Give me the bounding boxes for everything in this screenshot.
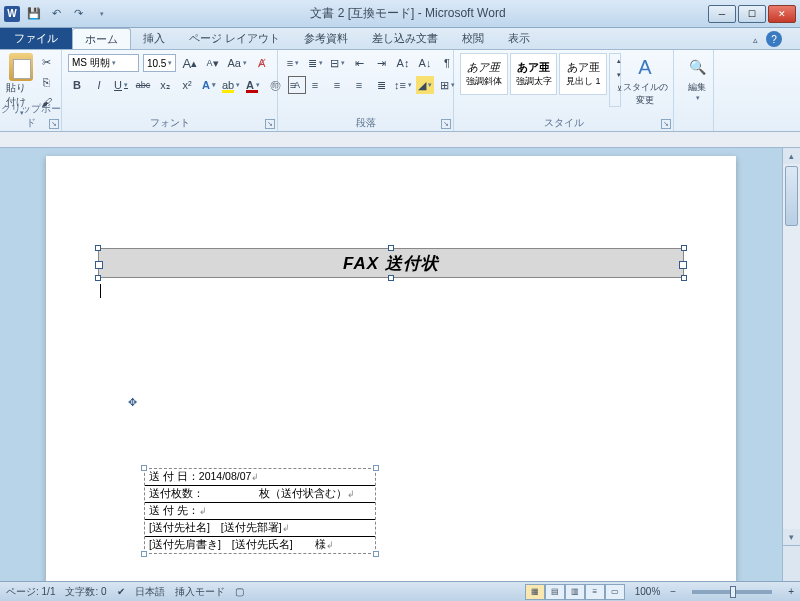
paste-icon xyxy=(9,53,33,81)
status-zoom[interactable]: 100% xyxy=(635,586,661,597)
justify-button[interactable]: ≡ xyxy=(350,76,368,94)
tab-insert[interactable]: 挿入 xyxy=(131,28,177,49)
view-print-layout[interactable]: ▦ xyxy=(525,584,545,600)
numbering-button[interactable]: ≣▾ xyxy=(306,54,324,72)
table-move-handle-icon[interactable]: ✥ xyxy=(128,396,137,409)
browse-object-nav[interactable] xyxy=(783,545,800,581)
shrink-font-button[interactable]: A▾ xyxy=(204,54,222,72)
save-icon[interactable]: 💾 xyxy=(26,6,42,22)
font-color-button[interactable]: A▾ xyxy=(244,76,262,94)
highlight-button[interactable]: ab▾ xyxy=(222,76,240,94)
shading-button[interactable]: ◢▾ xyxy=(416,76,434,94)
status-insert-mode[interactable]: 挿入モード xyxy=(175,585,225,599)
tab-references[interactable]: 参考資料 xyxy=(292,28,360,49)
clear-format-button[interactable]: Ⱥ xyxy=(253,54,271,72)
tab-home[interactable]: ホーム xyxy=(72,28,131,49)
view-outline[interactable]: ≡ xyxy=(585,584,605,600)
text-cursor xyxy=(100,284,686,298)
qat-customize-icon[interactable]: ▾ xyxy=(94,6,110,22)
help-icon[interactable]: ? xyxy=(766,31,782,47)
proofing-icon[interactable]: ✔ xyxy=(117,586,125,597)
align-right-button[interactable]: ≡ xyxy=(328,76,346,94)
text-effects-button[interactable]: A▾ xyxy=(200,76,218,94)
italic-button[interactable]: I xyxy=(90,76,108,94)
tab-view[interactable]: 表示 xyxy=(496,28,542,49)
style-emphasis-italic[interactable]: あア亜強調斜体 xyxy=(460,53,508,95)
scroll-down-icon[interactable]: ▾ xyxy=(783,529,800,545)
editing-button[interactable]: 🔍 編集 ▾ xyxy=(680,53,714,102)
scroll-thumb[interactable] xyxy=(785,166,798,226)
font-name-combo[interactable]: MS 明朝▾ xyxy=(68,54,139,72)
group-styles-label: スタイル xyxy=(454,116,673,130)
status-page[interactable]: ページ: 1/1 xyxy=(6,585,55,599)
window-title: 文書 2 [互換モード] - Microsoft Word xyxy=(110,5,706,22)
style-emphasis-bold[interactable]: あア亜強調太字 xyxy=(510,53,558,95)
status-language[interactable]: 日本語 xyxy=(135,585,165,599)
view-web[interactable]: ▥ xyxy=(565,584,585,600)
field-dest-name: [送付先肩書き] [送付先氏名] 様 xyxy=(149,538,326,552)
zoom-knob[interactable] xyxy=(730,586,736,598)
increase-indent-button[interactable]: ⇥ xyxy=(372,54,390,72)
view-buttons: ▦ ▤ ▥ ≡ ▭ xyxy=(525,584,625,600)
view-fullscreen[interactable]: ▤ xyxy=(545,584,565,600)
maximize-button[interactable]: ☐ xyxy=(738,5,766,23)
group-editing: 🔍 編集 ▾ xyxy=(674,50,714,131)
group-font: MS 明朝▾ 10.5▾ A▴ A▾ Aa▾ Ⱥ B I U▾ abc x₂ x… xyxy=(62,50,278,131)
tab-review[interactable]: 校閲 xyxy=(450,28,496,49)
text-direction-button[interactable]: A↕ xyxy=(394,54,412,72)
copy-icon[interactable]: ⎘ xyxy=(37,73,55,91)
change-case-button[interactable]: Aa▾ xyxy=(226,54,249,72)
distribute-button[interactable]: ≣ xyxy=(372,76,390,94)
strike-button[interactable]: abc xyxy=(134,76,152,94)
redo-icon[interactable]: ↷ xyxy=(70,6,86,22)
ribbon-tabs: ファイル ホーム 挿入 ページ レイアウト 参考資料 差し込み文書 校閲 表示 … xyxy=(0,28,800,50)
document-area: ✥ FAX 送付状 送 付 日：2014/08/07↲ 送付枚数： 枚（送付状含… xyxy=(0,132,800,581)
zoom-in-button[interactable]: + xyxy=(788,586,794,597)
group-clipboard: 貼り付け ▾ ✂ ⎘ 🖌 クリップボード ↘ xyxy=(0,50,62,131)
field-dest-company: [送付先社名] [送付先部署] xyxy=(149,521,282,535)
minimize-button[interactable]: ─ xyxy=(708,5,736,23)
undo-icon[interactable]: ↶ xyxy=(48,6,64,22)
paragraph-dialog-launcher[interactable]: ↘ xyxy=(441,119,451,129)
document-scroll[interactable]: ✥ FAX 送付状 送 付 日：2014/08/07↲ 送付枚数： 枚（送付状含… xyxy=(0,148,782,581)
vertical-scrollbar[interactable]: ▴ ▾ xyxy=(782,148,800,581)
font-dialog-launcher[interactable]: ↘ xyxy=(265,119,275,129)
multilevel-button[interactable]: ⊟▾ xyxy=(328,54,346,72)
fax-title-cell[interactable]: FAX 送付状 xyxy=(98,248,684,278)
sort-button[interactable]: A↓ xyxy=(416,54,434,72)
horizontal-ruler[interactable] xyxy=(0,132,800,148)
cut-icon[interactable]: ✂ xyxy=(37,53,55,71)
sender-info-box[interactable]: 送 付 日：2014/08/07↲ 送付枚数： 枚（送付状含む）↲ 送 付 先：… xyxy=(144,468,376,554)
styles-dialog-launcher[interactable]: ↘ xyxy=(661,119,671,129)
zoom-slider[interactable] xyxy=(692,590,772,594)
align-center-button[interactable]: ≡ xyxy=(306,76,324,94)
line-spacing-button[interactable]: ↕≡▾ xyxy=(394,76,412,94)
grow-font-button[interactable]: A▴ xyxy=(180,54,199,72)
tab-mailings[interactable]: 差し込み文書 xyxy=(360,28,450,49)
tab-file[interactable]: ファイル xyxy=(0,28,72,49)
field-send-to: 送 付 先： xyxy=(149,504,199,518)
decrease-indent-button[interactable]: ⇤ xyxy=(350,54,368,72)
page[interactable]: ✥ FAX 送付状 送 付 日：2014/08/07↲ 送付枚数： 枚（送付状含… xyxy=(46,156,736,581)
style-heading1[interactable]: あア亜見出し 1 xyxy=(559,53,607,95)
superscript-button[interactable]: x² xyxy=(178,76,196,94)
minimize-ribbon-icon[interactable]: ▵ xyxy=(746,31,764,49)
scroll-up-icon[interactable]: ▴ xyxy=(783,148,800,164)
view-draft[interactable]: ▭ xyxy=(605,584,625,600)
status-word-count[interactable]: 文字数: 0 xyxy=(65,585,106,599)
close-button[interactable]: ✕ xyxy=(768,5,796,23)
zoom-out-button[interactable]: − xyxy=(670,586,676,597)
field-page-count: 送付枚数： 枚（送付状含む） xyxy=(149,487,347,501)
bullets-button[interactable]: ≡▾ xyxy=(284,54,302,72)
macro-record-icon[interactable]: ▢ xyxy=(235,586,244,597)
fax-title-text: FAX 送付状 xyxy=(343,252,439,275)
font-size-combo[interactable]: 10.5▾ xyxy=(143,54,176,72)
underline-button[interactable]: U▾ xyxy=(112,76,130,94)
clipboard-dialog-launcher[interactable]: ↘ xyxy=(49,119,59,129)
bold-button[interactable]: B xyxy=(68,76,86,94)
titlebar: W 💾 ↶ ↷ ▾ 文書 2 [互換モード] - Microsoft Word … xyxy=(0,0,800,28)
subscript-button[interactable]: x₂ xyxy=(156,76,174,94)
change-styles-button[interactable]: A スタイルの 変更 xyxy=(623,53,667,107)
align-left-button[interactable]: ≡ xyxy=(284,76,302,94)
tab-page-layout[interactable]: ページ レイアウト xyxy=(177,28,292,49)
